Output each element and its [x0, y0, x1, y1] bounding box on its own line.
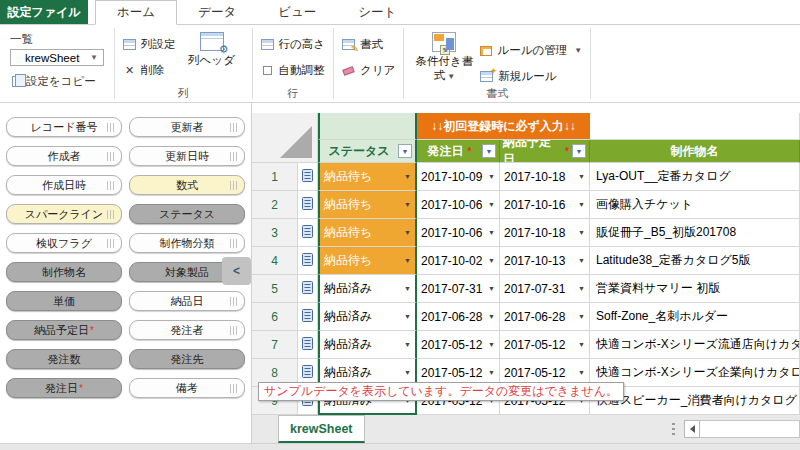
filter-dropdown-icon[interactable]: ▼ — [482, 144, 496, 158]
dropdown-icon[interactable]: ▼ — [578, 285, 585, 292]
dropdown-icon[interactable]: ▼ — [488, 229, 495, 236]
tab-view[interactable]: ビュー — [257, 0, 337, 24]
field-button[interactable]: 制作物名 — [6, 262, 122, 282]
due-date-cell[interactable]: 2017-10-18▼ — [500, 163, 590, 191]
dropdown-icon[interactable]: ▼ — [488, 201, 495, 208]
product-name-cell[interactable]: 営業資料サマリー 初版 — [590, 275, 800, 303]
row-height-button[interactable]: 行の高さ — [261, 34, 326, 55]
field-button[interactable]: 作成日時 — [6, 175, 122, 195]
dropdown-icon[interactable]: ▼ — [404, 229, 411, 236]
column-header-due-date[interactable]: 納品予定日*▼ — [500, 140, 590, 163]
status-cell[interactable]: 納品済み▼ — [318, 331, 417, 359]
record-open-cell[interactable] — [298, 331, 318, 359]
filter-dropdown-icon[interactable]: ▼ — [398, 144, 412, 158]
field-button[interactable]: 制作物分類 — [129, 233, 245, 253]
field-button[interactable]: 納品日 — [129, 291, 245, 311]
due-date-cell[interactable]: 2017-10-18▼ — [500, 219, 590, 247]
dropdown-icon[interactable]: ▼ — [404, 285, 411, 292]
product-name-cell[interactable]: 販促冊子_B5_初版201708 — [590, 219, 800, 247]
dropdown-icon[interactable]: ▼ — [404, 201, 411, 208]
dropdown-icon[interactable]: ▼ — [578, 229, 585, 236]
column-header-status[interactable]: ステータス▼ — [318, 140, 417, 163]
product-name-cell[interactable]: Latitude38_定番カタログ5版 — [590, 247, 800, 275]
record-open-cell[interactable] — [298, 219, 318, 247]
field-button[interactable]: 更新日時 — [129, 146, 245, 166]
record-open-cell[interactable] — [298, 191, 318, 219]
field-button[interactable]: 単価 — [6, 291, 122, 311]
delete-column-button[interactable]: ✕ 削除 — [123, 60, 176, 81]
field-button[interactable]: 発注者 — [129, 320, 245, 340]
status-cell[interactable]: 納品済み▼ — [318, 303, 417, 331]
filter-dropdown-icon[interactable]: ▼ — [572, 144, 586, 158]
dropdown-icon[interactable]: ▼ — [488, 173, 495, 180]
order-date-cell[interactable]: 2017-05-12▼ — [417, 331, 500, 359]
dropdown-icon[interactable]: ▼ — [578, 369, 585, 376]
field-button[interactable]: 更新者 — [129, 117, 245, 137]
status-cell[interactable]: 納品待ち▼ — [318, 163, 417, 191]
new-rule-button[interactable]: ✦ 新規ルール — [480, 66, 582, 87]
settings-file-button[interactable]: 設定ファイル — [0, 0, 88, 24]
field-button[interactable]: 検収フラグ — [6, 233, 122, 253]
copy-settings-button[interactable]: 設定をコピー — [10, 74, 114, 89]
dropdown-icon[interactable]: ▼ — [404, 257, 411, 264]
document-icon[interactable] — [302, 225, 313, 241]
dropdown-icon[interactable]: ▼ — [578, 201, 585, 208]
splitter-grip[interactable] — [672, 423, 675, 436]
field-button[interactable]: スパークライン — [6, 204, 122, 224]
sheet-tab-krewsheet[interactable]: krewSheet — [278, 415, 365, 443]
due-date-cell[interactable]: 2017-10-13▼ — [500, 247, 590, 275]
manage-rules-button[interactable]: ルールの管理 ▼ — [480, 40, 582, 61]
format-button[interactable]: ✎ 書式 — [342, 34, 395, 55]
row-number[interactable]: 5 — [252, 275, 298, 303]
sidebar-collapse-button[interactable]: < — [222, 257, 251, 285]
document-icon[interactable] — [302, 365, 313, 381]
dropdown-icon[interactable]: ▼ — [578, 257, 585, 264]
dropdown-icon[interactable]: ▼ — [488, 341, 495, 348]
document-icon[interactable] — [302, 197, 313, 213]
status-cell[interactable]: 納品待ち▼ — [318, 219, 417, 247]
document-icon[interactable] — [302, 309, 313, 325]
dropdown-icon[interactable]: ▼ — [404, 369, 411, 376]
field-button[interactable]: 発注数 — [6, 349, 122, 369]
order-date-cell[interactable]: 2017-10-06▼ — [417, 191, 500, 219]
dropdown-icon[interactable]: ▼ — [578, 173, 585, 180]
dropdown-icon[interactable]: ▼ — [404, 173, 411, 180]
record-open-cell[interactable] — [298, 247, 318, 275]
clear-button[interactable]: クリア — [342, 60, 395, 81]
field-button[interactable]: 発注先 — [129, 349, 245, 369]
column-header-product-name[interactable]: 制作物名 — [590, 140, 800, 163]
product-name-cell[interactable]: 快適コンボ-Xシリーズ流通店向けカタログ — [590, 331, 800, 359]
tab-sheet[interactable]: シート — [337, 0, 417, 24]
dropdown-icon[interactable]: ▼ — [488, 313, 495, 320]
record-open-cell[interactable] — [298, 303, 318, 331]
column-header-button[interactable]: ⚙ 列ヘッダ — [180, 30, 244, 67]
field-button[interactable]: 作成者 — [6, 146, 122, 166]
dropdown-icon[interactable]: ▼ — [488, 369, 495, 376]
field-button[interactable]: レコード番号 — [6, 117, 122, 137]
field-button[interactable]: 数式 — [129, 175, 245, 195]
field-button[interactable]: 備考 — [129, 378, 245, 398]
tab-data[interactable]: データ — [177, 0, 257, 24]
order-date-cell[interactable]: 2017-10-09▼ — [417, 163, 500, 191]
dropdown-icon[interactable]: ▼ — [578, 341, 585, 348]
field-button[interactable]: 発注日* — [6, 378, 122, 398]
column-header-order-date[interactable]: 発注日*▼ — [417, 140, 500, 163]
dropdown-icon[interactable]: ▼ — [488, 285, 495, 292]
order-date-cell[interactable]: 2017-10-02▼ — [417, 247, 500, 275]
tab-home[interactable]: ホーム — [95, 0, 177, 25]
record-open-cell[interactable] — [298, 275, 318, 303]
document-icon[interactable] — [302, 281, 313, 297]
dropdown-icon[interactable]: ▼ — [404, 313, 411, 320]
row-number[interactable]: 4 — [252, 247, 298, 275]
column-settings-button[interactable]: 列設定 — [123, 34, 176, 55]
due-date-cell[interactable]: 2017-05-12▼ — [500, 331, 590, 359]
order-date-cell[interactable]: 2017-10-06▼ — [417, 219, 500, 247]
auto-fit-button[interactable]: 自動調整 — [261, 60, 326, 81]
row-number[interactable]: 3 — [252, 219, 298, 247]
row-number[interactable]: 2 — [252, 191, 298, 219]
scroll-left-button[interactable] — [684, 420, 700, 438]
order-date-cell[interactable]: 2017-07-31▼ — [417, 275, 500, 303]
row-number[interactable]: 7 — [252, 331, 298, 359]
status-cell[interactable]: 納品待ち▼ — [318, 247, 417, 275]
field-button[interactable]: ステータス — [129, 204, 245, 224]
